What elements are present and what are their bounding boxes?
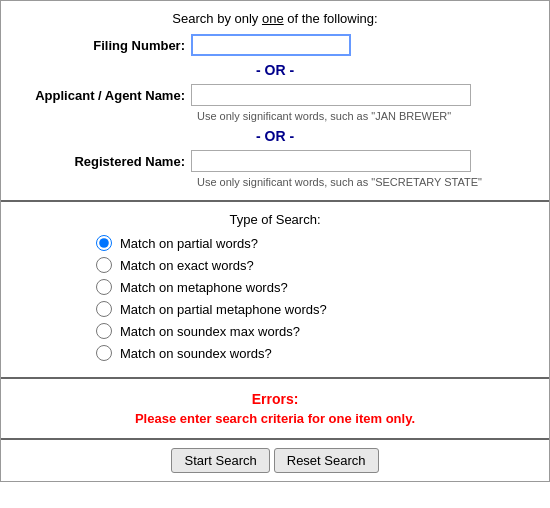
filing-number-row: Filing Number:: [16, 34, 534, 56]
error-title: Errors:: [16, 391, 534, 407]
radio-partial-metaphone-label: Match on partial metaphone words?: [120, 302, 340, 317]
filing-number-input[interactable]: [191, 34, 351, 56]
radio-partial-label: Match on partial words?: [120, 236, 340, 251]
error-message: Please enter search criteria for one ite…: [16, 411, 534, 426]
or-divider-1: - OR -: [16, 62, 534, 78]
reset-search-button[interactable]: Reset Search: [274, 448, 379, 473]
or-divider-2: - OR -: [16, 128, 534, 144]
registered-label: Registered Name:: [16, 154, 191, 169]
search-form-section: Search by only one of the following: Fil…: [1, 1, 549, 202]
registered-hint: Use only significant words, such as "SEC…: [197, 176, 534, 188]
main-container: Search by only one of the following: Fil…: [0, 0, 550, 482]
search-type-section: Type of Search: Match on partial words? …: [1, 202, 549, 379]
filing-number-label: Filing Number:: [16, 38, 191, 53]
applicant-label: Applicant / Agent Name:: [16, 88, 191, 103]
section-title: Search by only one of the following:: [16, 11, 534, 26]
radio-exact-label: Match on exact words?: [120, 258, 340, 273]
radio-row-partial: Match on partial words?: [16, 235, 534, 251]
radio-metaphone[interactable]: [96, 279, 112, 295]
buttons-section: Start Search Reset Search: [1, 440, 549, 481]
registered-row: Registered Name:: [16, 150, 534, 172]
radio-soundex-max-label: Match on soundex max words?: [120, 324, 340, 339]
radio-partial[interactable]: [96, 235, 112, 251]
applicant-hint: Use only significant words, such as "JAN…: [197, 110, 534, 122]
radio-exact[interactable]: [96, 257, 112, 273]
radio-row-partial-metaphone: Match on partial metaphone words?: [16, 301, 534, 317]
radio-row-soundex: Match on soundex words?: [16, 345, 534, 361]
start-search-button[interactable]: Start Search: [171, 448, 269, 473]
radio-soundex[interactable]: [96, 345, 112, 361]
radio-row-metaphone: Match on metaphone words?: [16, 279, 534, 295]
applicant-input[interactable]: [191, 84, 471, 106]
radio-soundex-max[interactable]: [96, 323, 112, 339]
errors-section: Errors: Please enter search criteria for…: [1, 379, 549, 440]
radio-partial-metaphone[interactable]: [96, 301, 112, 317]
radio-metaphone-label: Match on metaphone words?: [120, 280, 340, 295]
registered-input[interactable]: [191, 150, 471, 172]
applicant-row: Applicant / Agent Name:: [16, 84, 534, 106]
radio-soundex-label: Match on soundex words?: [120, 346, 340, 361]
search-type-title: Type of Search:: [16, 212, 534, 227]
radio-row-exact: Match on exact words?: [16, 257, 534, 273]
radio-row-soundex-max: Match on soundex max words?: [16, 323, 534, 339]
